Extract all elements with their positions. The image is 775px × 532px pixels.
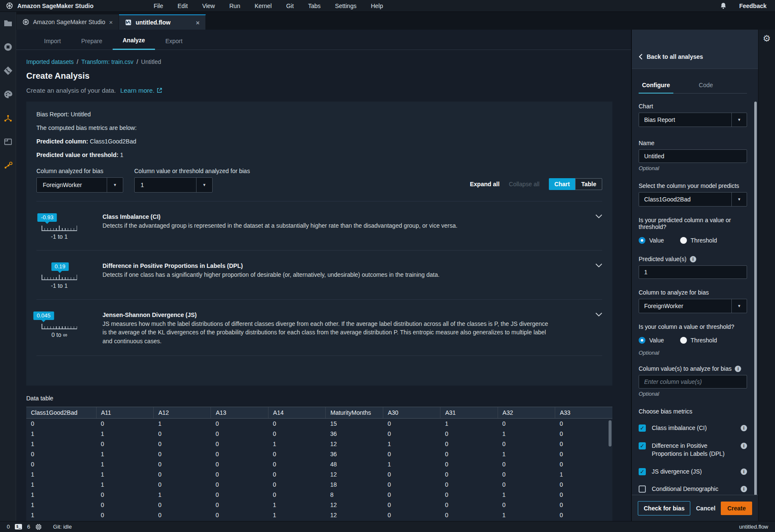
info-icon[interactable]: i [690, 256, 696, 262]
expand-all-button[interactable]: Expand all [470, 181, 500, 187]
tab-analyze[interactable]: Analyze [113, 33, 155, 50]
predicted-values-input[interactable] [639, 265, 747, 279]
column-header: A13 [211, 407, 268, 418]
table-cell: 0 [153, 469, 210, 480]
info-icon[interactable]: i [741, 443, 747, 449]
running-terminals-icon[interactable] [3, 42, 13, 52]
radio-option-threshold[interactable]: Threshold [680, 337, 717, 344]
tab-export[interactable]: Export [155, 33, 192, 50]
bias-column-select[interactable]: ForeignWorker ▼ [639, 299, 747, 313]
create-button[interactable]: Create [721, 502, 752, 515]
table-vertical-scrollbar[interactable] [609, 420, 612, 447]
menu-run[interactable]: Run [224, 1, 245, 11]
sagemaker-tab-icon [22, 19, 29, 25]
tab-prepare[interactable]: Prepare [71, 33, 113, 50]
cancel-button[interactable]: Cancel [692, 502, 719, 515]
radio-label: Threshold [691, 237, 717, 244]
open-tabs-icon[interactable] [3, 137, 13, 146]
menu-settings[interactable]: Settings [330, 1, 362, 11]
tab-import[interactable]: Import [34, 33, 71, 50]
table-cell: 12 [326, 500, 383, 510]
check-for-bias-button[interactable]: Check for bias [638, 501, 690, 515]
info-icon[interactable]: i [735, 366, 741, 372]
sidebar-scrollbar[interactable] [754, 102, 757, 518]
column-value-select[interactable]: 1 ▼ [134, 177, 213, 193]
pipeline-icon[interactable] [3, 161, 13, 170]
menu-kernel[interactable]: Kernel [249, 1, 277, 11]
column-values-input[interactable] [639, 375, 747, 389]
table-cell: 15 [326, 418, 383, 429]
info-icon[interactable]: i [741, 425, 747, 431]
chevron-down-icon[interactable] [595, 312, 602, 317]
chevron-down-icon[interactable] [595, 214, 602, 218]
breadcrumb-transform[interactable]: Transform: train.csv [81, 58, 133, 65]
menu-help[interactable]: Help [366, 1, 388, 11]
metric-option-js: ✓ JS divergence (JS) i [639, 468, 747, 476]
column-analyzed-select[interactable]: ForeignWorker ▼ [36, 177, 123, 193]
optional-hint: Optional [639, 391, 747, 397]
notifications-bell-icon[interactable] [720, 2, 727, 10]
menu-edit[interactable]: Edit [172, 1, 193, 11]
menu-git[interactable]: Git [281, 1, 299, 11]
menu-file[interactable]: File [149, 1, 169, 11]
chevron-down-icon[interactable]: ▼ [731, 193, 747, 206]
chevron-down-icon[interactable]: ▼ [731, 299, 747, 313]
table-cell: 0 [153, 439, 210, 449]
terminal-icon[interactable]: $_ [15, 524, 22, 529]
table-cell: 0 [96, 510, 153, 520]
table-cell: 1 [26, 429, 96, 439]
column-header: A33 [555, 407, 613, 418]
checkbox-checked-icon[interactable]: ✓ [639, 424, 646, 432]
back-to-analyses-button[interactable]: Back to all analyses [639, 53, 703, 60]
data-wrangler-icon[interactable] [3, 113, 13, 123]
checkbox-checked-icon[interactable]: ✓ [639, 468, 646, 475]
radio-unselected-icon[interactable] [680, 337, 687, 344]
table-cell: 0 [383, 490, 440, 500]
radio-option-value[interactable]: Value [639, 237, 664, 244]
table-cell: 1 [498, 510, 555, 520]
commands-palette-icon[interactable] [3, 90, 13, 99]
bias-controls-row: Column analyzed for bias ForeignWorker ▼… [36, 168, 602, 193]
close-tab-icon[interactable]: × [109, 19, 113, 26]
checkbox-unchecked-icon[interactable] [639, 485, 646, 493]
file-browser-icon[interactable] [3, 19, 13, 28]
menu-view[interactable]: View [197, 1, 220, 11]
chevron-down-icon[interactable]: ▼ [731, 113, 747, 127]
tab-code[interactable]: Code [695, 82, 716, 93]
radio-option-value[interactable]: Value [639, 337, 664, 344]
menu-tabs[interactable]: Tabs [303, 1, 326, 11]
info-icon[interactable]: i [741, 469, 747, 475]
radio-selected-icon[interactable] [639, 237, 645, 244]
chevron-down-icon[interactable] [595, 263, 602, 267]
bias-intro: The computed bias metrics are below: [36, 124, 602, 131]
gear-icon[interactable]: ⚙ [763, 34, 771, 43]
name-input[interactable] [639, 149, 747, 163]
learn-more-link[interactable]: Learn more. [120, 87, 155, 94]
close-tab-icon[interactable]: × [196, 19, 199, 26]
checkbox-checked-icon[interactable]: ✓ [639, 442, 646, 449]
breadcrumb-separator: / [136, 58, 138, 65]
tab-configure[interactable]: Configure [639, 82, 673, 94]
info-icon[interactable]: i [741, 486, 747, 492]
radio-unselected-icon[interactable] [680, 237, 687, 244]
chevron-down-icon[interactable]: ▼ [196, 178, 212, 192]
tab-sagemaker-studio[interactable]: Amazon SageMaker Studio × [17, 14, 119, 30]
git-icon[interactable] [3, 66, 13, 75]
feedback-button[interactable]: Feedback [739, 3, 767, 9]
table-cell: 0 [211, 490, 268, 500]
breadcrumb-imported-datasets[interactable]: Imported datasets [26, 58, 74, 65]
table-cell: 0 [96, 500, 153, 510]
chart-select[interactable]: Bias Report ▼ [639, 113, 747, 127]
tab-untitled-flow[interactable]: untitled.flow × [119, 14, 206, 30]
collapse-all-button[interactable]: Collapse all [509, 181, 540, 187]
table-toggle-button[interactable]: Table [575, 178, 602, 190]
predict-column-select[interactable]: Class1Good2Bad ▼ [639, 192, 747, 207]
radio-selected-icon[interactable] [639, 337, 645, 344]
status-bar: 0 $_ 6 Git: idle untitled.flow [0, 521, 775, 532]
kernel-chip-icon[interactable] [35, 524, 42, 530]
chevron-down-icon[interactable]: ▼ [107, 178, 123, 192]
table-cell: 1 [26, 510, 96, 520]
breadcrumb: Imported datasets/Transform: train.csv/U… [26, 58, 612, 65]
chart-toggle-button[interactable]: Chart [549, 178, 576, 190]
radio-option-threshold[interactable]: Threshold [680, 237, 717, 244]
